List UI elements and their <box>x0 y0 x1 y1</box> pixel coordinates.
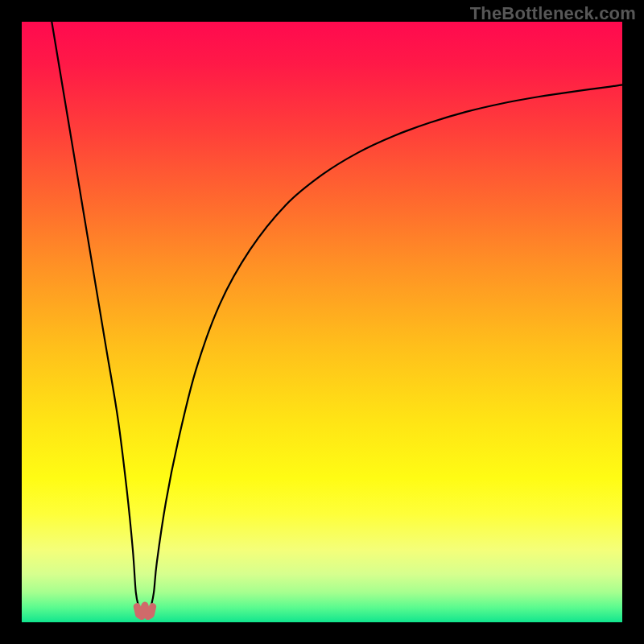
curve-layer <box>22 22 622 622</box>
right-branch-path <box>151 85 622 607</box>
watermark-text: TheBottleneck.com <box>470 3 636 24</box>
plot-area <box>22 22 622 622</box>
left-branch-path <box>52 22 138 607</box>
chart-frame: TheBottleneck.com <box>0 0 644 644</box>
dip-marker-path <box>137 605 152 616</box>
